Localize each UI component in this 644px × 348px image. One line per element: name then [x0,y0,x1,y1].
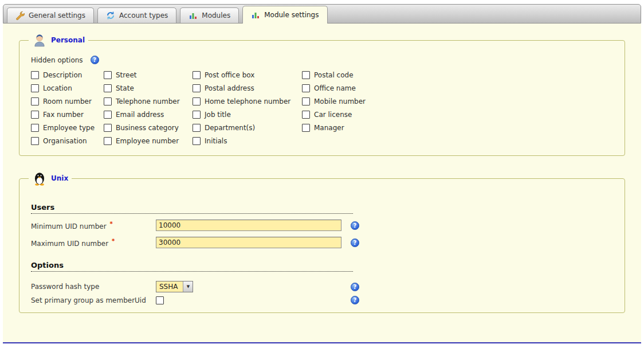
legend-text: Unix [51,174,68,182]
checkbox-label: Department(s) [205,124,255,132]
hidden-option-fax-number: Fax number [31,111,104,119]
checkbox-label: Mobile number [314,97,366,105]
help-icon[interactable]: ? [351,238,359,247]
unix-users-fields: Minimum UID number *?Maximum UID number … [26,220,618,248]
hidden-options-label: Hidden options [31,56,83,64]
bar-chart-icon [251,10,260,19]
hidden-options-row: Hidden options ? [31,56,618,64]
checkbox[interactable] [104,97,112,105]
checkbox[interactable] [104,124,112,132]
checkbox-label: Initials [205,137,227,145]
checkbox[interactable] [193,97,201,105]
hidden-option-initials: Initials [193,137,302,145]
checkbox[interactable] [302,111,310,119]
checkbox[interactable] [302,97,310,105]
hidden-options-grid: DescriptionStreetPost office boxPostal c… [31,71,618,145]
bar-chart-icon [189,11,198,20]
person-icon [32,33,47,48]
checkbox-label: Job title [205,111,231,119]
users-heading: Users [31,203,353,214]
hidden-option-organisation: Organisation [31,137,104,145]
maximum-uid-number-row: Maximum UID number *? [31,237,618,248]
tab-account-types[interactable]: Account types [97,7,176,23]
checkbox[interactable] [104,137,112,145]
personal-legend: Personal [29,33,88,48]
checkbox-label: Email address [116,111,164,119]
hidden-option-room-number: Room number [31,97,104,105]
tab-bar: General settings Account types [3,4,641,24]
checkbox[interactable] [193,137,201,145]
member-uid-checkbox[interactable] [156,296,164,304]
tux-penguin-icon [32,171,47,186]
content: Personal Hidden options ? DescriptionStr… [3,24,641,343]
checkbox-label: Postal address [205,84,254,92]
personal-section: Personal Hidden options ? DescriptionStr… [19,33,625,156]
password-hash-select[interactable]: SSHA ▼ [156,281,193,292]
checkbox[interactable] [302,71,310,79]
minimum-uid-number-input[interactable] [156,220,341,231]
checkbox[interactable] [193,111,201,119]
checkbox-label: Employee type [43,124,95,132]
legend-text: Personal [51,36,85,44]
password-hash-row: Password hash type SSHA ▼ ? [31,281,618,292]
checkbox-label: Employee number [116,137,179,145]
required-marker: * [112,238,115,244]
options-heading: Options [31,261,353,272]
minimum-uid-number-row: Minimum UID number *? [31,220,618,231]
checkbox[interactable] [193,124,201,132]
unix-section: Unix Users Minimum UID number *?Maximum … [19,171,625,313]
checkbox-label: Car license [314,111,352,119]
checkbox[interactable] [302,84,310,92]
checkbox[interactable] [31,124,39,132]
help-icon[interactable]: ? [351,221,359,230]
tab-modules[interactable]: Modules [180,7,239,23]
hidden-option-location: Location [31,84,104,92]
tab-general-settings[interactable]: General settings [7,7,94,23]
hidden-option-office-name: Office name [302,84,618,92]
checkbox[interactable] [31,137,39,145]
checkbox[interactable] [104,84,112,92]
checkbox[interactable] [31,111,39,119]
checkbox[interactable] [104,111,112,119]
hidden-option-street: Street [104,71,193,79]
checkbox-label: Organisation [43,137,87,145]
checkbox-label: Postal code [314,71,354,79]
hidden-option-job-title: Job title [193,111,302,119]
sync-arrows-icon [106,11,115,20]
checkbox[interactable] [193,71,201,79]
required-marker: * [109,221,112,227]
help-icon[interactable]: ? [351,283,359,291]
checkbox[interactable] [31,71,39,79]
checkbox-label: State [116,84,134,92]
hidden-option-description: Description [31,71,104,79]
hidden-option-postal-address: Postal address [193,84,302,92]
tab-label: General settings [29,11,85,19]
hidden-option-post-office-box: Post office box [193,71,302,79]
wrench-icon [15,11,25,20]
hidden-option-car-license: Car license [302,111,618,119]
help-icon[interactable]: ? [91,56,99,64]
checkbox[interactable] [31,84,39,92]
checkbox[interactable] [104,71,112,79]
maximum-uid-number-input[interactable] [156,237,341,248]
hidden-option-postal-code: Postal code [302,71,618,79]
checkbox[interactable] [302,124,310,132]
select-arrow-icon[interactable]: ▼ [183,281,193,292]
help-icon[interactable]: ? [351,296,359,304]
hidden-option-manager: Manager [302,124,618,132]
checkbox[interactable] [193,84,201,92]
hidden-option-telephone-number: Telephone number [104,97,193,105]
checkbox-label: Post office box [205,71,254,79]
hidden-option-email-address: Email address [104,111,193,119]
checkbox-label: Business category [116,124,179,132]
hidden-option-state: State [104,84,193,92]
checkbox-label: Description [43,71,82,79]
checkbox[interactable] [31,97,39,105]
hidden-option-home-telephone-number: Home telephone number [193,97,302,105]
tab-label: Module settings [264,11,319,19]
tab-label: Account types [119,11,168,19]
hidden-option-business-category: Business category [104,124,193,132]
tab-module-settings[interactable]: Module settings [242,6,327,24]
member-uid-row: Set primary group as memberUid ? [31,296,618,304]
tab-label: Modules [202,11,230,19]
